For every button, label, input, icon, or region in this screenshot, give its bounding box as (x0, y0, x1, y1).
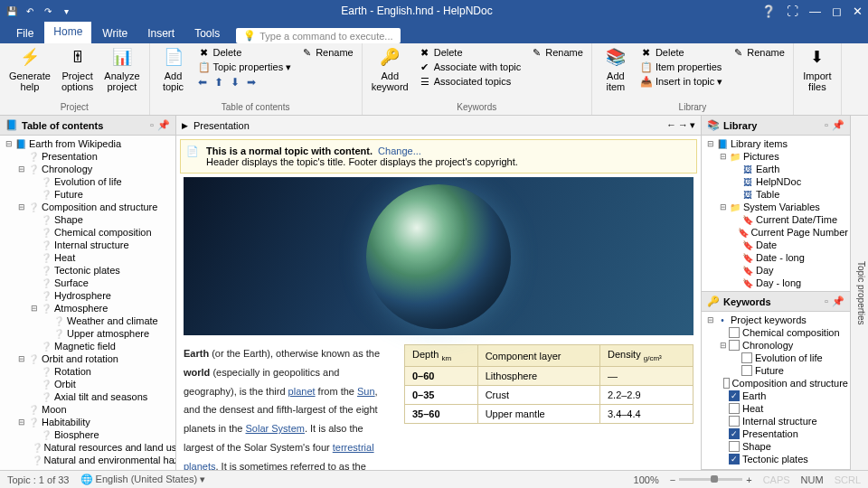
tree-toggle-icon[interactable] (29, 266, 40, 275)
tree-item[interactable]: ✓Presentation (702, 427, 850, 440)
article-text[interactable]: Earth (or the Earth), otherwise known as… (184, 344, 393, 470)
move-down-icon[interactable]: ⬇ (228, 76, 242, 89)
tree-toggle-icon[interactable] (29, 342, 40, 351)
add-topic-button[interactable]: 📄Add topic (156, 45, 192, 94)
checkbox[interactable]: ✓ (729, 428, 740, 439)
nav-forward-icon[interactable]: → (678, 119, 688, 131)
tree-item[interactable]: ❔Surface (0, 277, 175, 289)
fullscreen-icon[interactable]: ⛶ (787, 5, 798, 18)
tree-toggle-icon[interactable] (731, 228, 738, 237)
checkbox[interactable] (729, 441, 740, 452)
help-icon[interactable]: ❔ (761, 5, 776, 18)
checkbox[interactable] (741, 352, 752, 363)
tree-item[interactable]: 🔖Day (702, 264, 850, 277)
tree-item[interactable]: ❔Evolution of life (0, 175, 175, 188)
pin-icon[interactable]: ▫ (150, 119, 154, 131)
save-icon[interactable]: 💾 (5, 5, 18, 17)
link-solar-system[interactable]: Solar System (246, 423, 305, 434)
add-item-button[interactable]: 📚Add item (598, 45, 634, 94)
tree-toggle-icon[interactable] (718, 404, 729, 413)
tree-toggle-icon[interactable] (731, 353, 741, 362)
tree-toggle-icon[interactable] (718, 455, 729, 464)
library-tree[interactable]: ⊟📘Library items⊟📁Pictures 🖼Earth 🖼HelpND… (702, 136, 850, 291)
tree-toggle-icon[interactable]: ⊟ (718, 202, 729, 211)
tree-item[interactable]: 🔖Date - long (702, 251, 850, 264)
associated-topics-button[interactable]: ☰Associated topics (416, 74, 524, 89)
tree-toggle-icon[interactable] (42, 316, 52, 325)
tree-item[interactable]: 🔖Day - long (702, 277, 850, 289)
tree-toggle-icon[interactable] (16, 405, 27, 414)
checkbox[interactable] (723, 378, 730, 389)
tree-item[interactable]: ⊟❔Orbit and rotation (0, 352, 175, 365)
rename-keyword-button[interactable]: ✎Rename (527, 45, 586, 60)
tree-item[interactable]: Shape (702, 440, 850, 453)
tree-toggle-icon[interactable]: ⊟ (705, 139, 716, 148)
tree-toggle-icon[interactable] (29, 253, 40, 262)
tree-item[interactable]: ✓Tectonic plates (702, 453, 850, 465)
associate-keyword-button[interactable]: ✔Associate with topic (416, 60, 524, 74)
toc-tree[interactable]: ⊟📘Earth from Wikipedia ❔Presentation⊟❔Ch… (0, 136, 175, 470)
delete-item-button[interactable]: ✖Delete (637, 45, 725, 60)
tree-item[interactable]: ❔Rotation (0, 365, 175, 378)
delete-topic-button[interactable]: ✖Delete (195, 45, 295, 60)
checkbox[interactable] (729, 416, 740, 427)
tree-toggle-icon[interactable] (731, 253, 741, 262)
tree-item[interactable]: Future (702, 364, 850, 377)
pushpin-icon[interactable]: 📌 (832, 119, 844, 131)
tree-item[interactable]: ❔Magnetic field (0, 340, 175, 352)
tree-toggle-icon[interactable]: ⊟ (16, 354, 27, 363)
tab-tools[interactable]: Tools (185, 23, 229, 43)
tree-item[interactable]: ⊟📘Earth from Wikipedia (0, 137, 175, 150)
tree-item[interactable]: ❔Tectonic plates (0, 264, 175, 277)
tree-toggle-icon[interactable] (16, 152, 27, 161)
topic-properties-button[interactable]: 📋Topic properties▾ (195, 60, 295, 74)
tree-item[interactable]: ❔Orbit (0, 378, 175, 390)
tree-toggle-icon[interactable] (29, 278, 40, 287)
checkbox[interactable] (741, 365, 752, 376)
keywords-tree[interactable]: ⊟•Project keywords Chemical composition⊟… (702, 312, 850, 469)
tree-toggle-icon[interactable] (718, 328, 729, 337)
tree-toggle-icon[interactable] (731, 215, 741, 224)
tree-item[interactable]: ⊟❔Chronology (0, 163, 175, 175)
tree-item[interactable]: ❔Presentation (0, 150, 175, 163)
breadcrumb-expand-icon[interactable]: ▶ (182, 121, 188, 130)
tree-item[interactable]: ❔Weather and climate (0, 314, 175, 327)
breadcrumb-item[interactable]: Presentation (193, 120, 250, 131)
tree-toggle-icon[interactable] (29, 367, 40, 376)
tree-toggle-icon[interactable] (29, 380, 40, 389)
tree-toggle-icon[interactable]: ⊟ (16, 202, 27, 211)
tree-item[interactable]: ⊟📘Library items (702, 137, 850, 150)
tree-item[interactable]: Evolution of life (702, 352, 850, 364)
tree-toggle-icon[interactable] (29, 240, 40, 249)
nav-menu-icon[interactable]: ▾ (690, 119, 695, 131)
zoom-slider[interactable] (679, 478, 742, 481)
tree-item[interactable]: ❔Internal structure (0, 239, 175, 251)
tree-item[interactable]: 🔖Date (702, 239, 850, 251)
redo-icon[interactable]: ↷ (42, 5, 54, 17)
tab-insert[interactable]: Insert (138, 23, 184, 43)
editor-content[interactable]: Earth (or the Earth), otherwise known as… (176, 177, 701, 470)
maximize-icon[interactable]: ◻ (832, 5, 842, 18)
tree-toggle-icon[interactable]: ⊟ (16, 418, 27, 427)
tree-item[interactable]: Chemical composition (702, 326, 850, 339)
tree-item[interactable]: ❔Moon (0, 403, 175, 416)
nav-back-icon[interactable]: ← (666, 119, 676, 131)
move-up-icon[interactable]: ⬆ (212, 76, 226, 89)
tree-item[interactable]: ❔Natural and environmental haza (0, 454, 175, 466)
zoom-in-icon[interactable]: + (746, 474, 751, 485)
rename-item-button[interactable]: ✎Rename (729, 45, 788, 60)
move-right-icon[interactable]: ➡ (244, 76, 259, 89)
tree-toggle-icon[interactable]: ⊟ (29, 304, 40, 313)
tree-item[interactable]: ❔Heat (0, 251, 175, 264)
tree-toggle-icon[interactable] (718, 417, 729, 426)
tree-toggle-icon[interactable] (29, 190, 40, 199)
tree-item[interactable]: ⊟Chronology (702, 339, 850, 352)
tab-write[interactable]: Write (93, 23, 137, 43)
tree-toggle-icon[interactable]: ⊟ (16, 164, 27, 174)
tree-toggle-icon[interactable] (731, 278, 741, 287)
tree-item[interactable]: ⊟❔Composition and structure (0, 201, 175, 213)
tree-item[interactable]: 🔖Current Date/Time (702, 213, 850, 226)
tree-toggle-icon[interactable] (718, 442, 729, 451)
pin-icon[interactable]: ▫ (825, 119, 828, 131)
checkbox[interactable]: ✓ (729, 454, 740, 465)
